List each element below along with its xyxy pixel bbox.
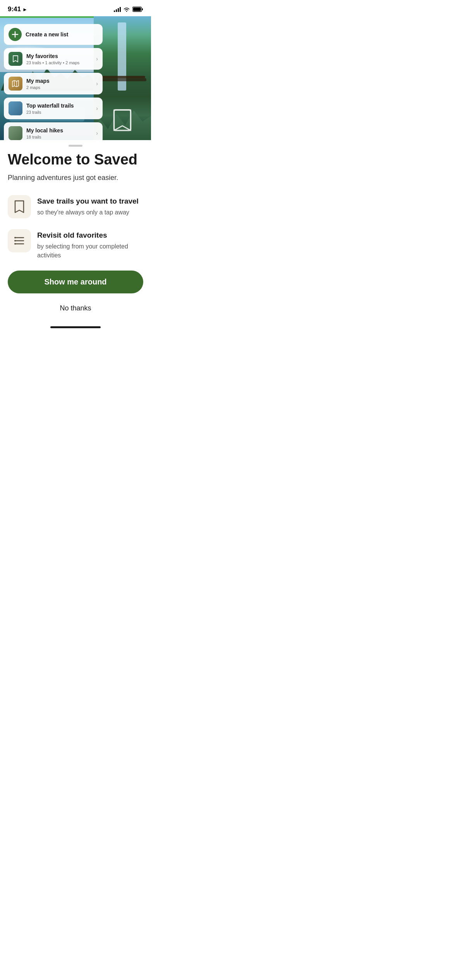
feature-save-title: Save trails you want to travel xyxy=(37,197,143,206)
svg-rect-2 xyxy=(142,9,143,10)
waterfall-content: Top waterfall trails 23 trails xyxy=(26,102,94,114)
svg-rect-3 xyxy=(133,8,141,11)
favorites-list-item[interactable]: My favorites 23 trails • 1 activity • 2 … xyxy=(4,48,103,70)
signal-strength xyxy=(114,7,121,12)
my-maps-list-item[interactable]: My maps 2 maps › xyxy=(4,73,103,94)
lists-panel: Create a new list My favorites 23 trails… xyxy=(4,24,103,140)
waterfall-bridge xyxy=(100,76,146,78)
waterfall-subtitle: 23 trails xyxy=(26,110,94,115)
location-icon: ► xyxy=(22,7,27,12)
signal-bar-1 xyxy=(114,10,115,12)
localhikes-chevron: › xyxy=(96,130,98,136)
wifi-icon xyxy=(123,7,130,12)
maps-content: My maps 2 maps xyxy=(26,77,94,89)
feature-revisit-desc: by selecting from your completed activit… xyxy=(37,242,143,260)
feature-revisit-text: Revisit old favorites by selecting from … xyxy=(37,229,143,260)
welcome-subtitle: Planning adventures just got easier. xyxy=(8,173,143,183)
localhikes-subtitle: 18 trails xyxy=(26,135,94,139)
main-content: Welcome to Saved Planning adventures jus… xyxy=(0,140,151,319)
waterfall-list-item[interactable]: Top waterfall trails 23 trails › xyxy=(4,98,103,119)
battery-icon xyxy=(132,7,143,12)
map-icon xyxy=(11,79,20,88)
status-time: 9:41 ► xyxy=(8,5,27,13)
create-list-label: Create a new list xyxy=(26,31,98,38)
feature-save-trails: Save trails you want to travel so they'r… xyxy=(8,195,143,218)
favorites-chevron: › xyxy=(96,56,98,62)
create-list-content: Create a new list xyxy=(26,31,98,38)
waterfall-chevron: › xyxy=(96,105,98,111)
feature-save-desc: so they're always only a tap away xyxy=(37,208,143,217)
feature-save-text: Save trails you want to travel so they'r… xyxy=(37,195,143,217)
local-hikes-list-item[interactable]: My local hikes 18 trails › xyxy=(4,122,103,140)
home-indicator xyxy=(0,323,151,331)
favorites-title: My favorites xyxy=(26,53,94,60)
feature-list-icon-box xyxy=(8,229,31,252)
hero-section: Create a new list My favorites 23 trails… xyxy=(0,16,151,140)
maps-title: My maps xyxy=(26,77,94,84)
svg-rect-4 xyxy=(114,110,130,130)
feature-bookmark-icon xyxy=(14,200,25,214)
waterfall-title: Top waterfall trails xyxy=(26,102,94,109)
signal-bar-2 xyxy=(116,9,117,12)
feature-revisit: Revisit old favorites by selecting from … xyxy=(8,229,143,260)
feature-list-icon xyxy=(14,235,25,246)
localhikes-thumbnail xyxy=(9,126,22,140)
favorites-thumbnail xyxy=(9,52,22,66)
maps-subtitle: 2 maps xyxy=(26,85,94,90)
waterfall-thumbnail xyxy=(9,101,22,115)
favorites-content: My favorites 23 trails • 1 activity • 2 … xyxy=(26,53,94,65)
show-me-around-button[interactable]: Show me around xyxy=(8,271,143,293)
localhikes-content: My local hikes 18 trails xyxy=(26,127,94,139)
time-display: 9:41 xyxy=(8,5,21,13)
welcome-title: Welcome to Saved xyxy=(8,151,143,168)
status-icons xyxy=(114,7,143,12)
favorites-subtitle: 23 trails • 1 activity • 2 maps xyxy=(26,60,94,65)
bridge-railing xyxy=(98,78,146,81)
drag-handle-area xyxy=(8,140,143,150)
bookmark-large-icon xyxy=(112,108,133,133)
maps-thumbnail xyxy=(9,77,22,91)
signal-bar-4 xyxy=(120,7,121,12)
feature-revisit-title: Revisit old favorites xyxy=(37,231,143,240)
svg-point-12 xyxy=(14,237,16,238)
bookmark-small-icon xyxy=(11,55,20,63)
feature-bookmark-icon-box xyxy=(8,195,31,218)
localhikes-title: My local hikes xyxy=(26,127,94,134)
maps-chevron: › xyxy=(96,81,98,87)
drag-handle xyxy=(69,145,82,147)
home-bar xyxy=(50,326,101,328)
green-progress-bar xyxy=(0,16,94,18)
no-thanks-button[interactable]: No thanks xyxy=(8,301,143,319)
create-list-icon xyxy=(9,28,22,41)
status-bar: 9:41 ► xyxy=(0,0,151,16)
svg-point-13 xyxy=(14,240,16,242)
signal-bar-3 xyxy=(118,8,119,12)
plus-icon xyxy=(11,30,19,39)
svg-point-0 xyxy=(126,11,127,12)
svg-point-14 xyxy=(14,243,16,245)
create-new-list-item[interactable]: Create a new list xyxy=(4,24,103,45)
